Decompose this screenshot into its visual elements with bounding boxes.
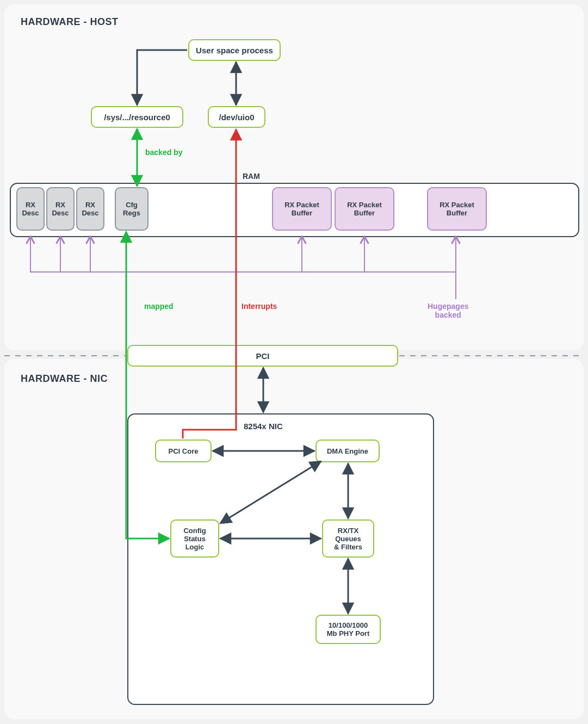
ram-cfg-regs: Cfg Regs: [115, 187, 148, 231]
label-backed-by: backed by: [145, 148, 182, 157]
node-config-status: Config Status Logic: [170, 519, 219, 558]
ram-rx-desc-1: RX Desc: [16, 187, 45, 231]
diagram-stage: HARDWARE - HOST HARDWARE - NIC User spac…: [0, 0, 588, 724]
ram-rx-desc-3: RX Desc: [76, 187, 104, 231]
nic-box-title: 8254x NIC: [244, 422, 283, 431]
node-dma-engine: DMA Engine: [315, 440, 380, 462]
ram-rx-buf-1: RX Packet Buffer: [272, 187, 332, 231]
nic-section-title: HARDWARE - NIC: [21, 373, 108, 385]
host-title: HARDWARE - HOST: [21, 16, 119, 28]
ram-rx-desc-2: RX Desc: [46, 187, 75, 231]
node-sys-resource: /sys/.../resource0: [91, 106, 183, 128]
label-hugepages: Hugepages backed: [428, 302, 468, 319]
node-phy-port: 10/100/1000 Mb PHY Port: [315, 615, 381, 644]
ram-rx-buf-3: RX Packet Buffer: [427, 187, 487, 231]
node-user-space: User space process: [188, 39, 281, 61]
node-rxtx-queues: RX/TX Queues & Filters: [322, 519, 374, 558]
node-dev-uio: /dev/uio0: [208, 106, 265, 128]
node-pci: PCI: [127, 345, 398, 367]
node-pci-core: PCI Core: [155, 440, 212, 462]
host-panel: [4, 4, 584, 350]
label-interrupts: Interrupts: [242, 302, 277, 311]
label-mapped: mapped: [144, 302, 174, 311]
ram-rx-buf-2: RX Packet Buffer: [335, 187, 394, 231]
ram-label: RAM: [243, 172, 260, 181]
